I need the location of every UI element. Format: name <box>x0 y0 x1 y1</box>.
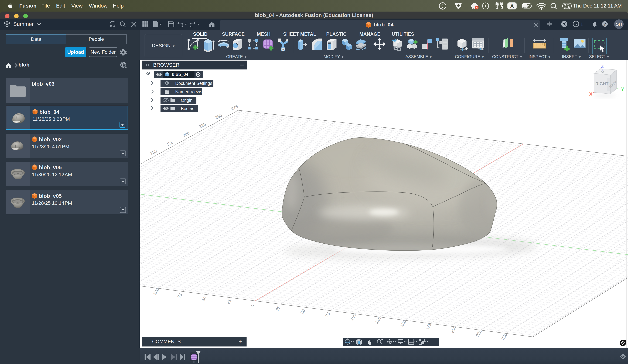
svg-text:N: N <box>476 6 477 9</box>
svg-text:X: X <box>589 92 592 97</box>
svg-text:Y: Y <box>621 87 624 92</box>
svg-text:RIGHT: RIGHT <box>595 81 609 86</box>
svg-text:Z: Z <box>601 64 604 69</box>
svg-text:1: 1 <box>580 21 583 27</box>
svg-text:?: ? <box>604 22 606 26</box>
svg-text:A: A <box>510 3 514 9</box>
